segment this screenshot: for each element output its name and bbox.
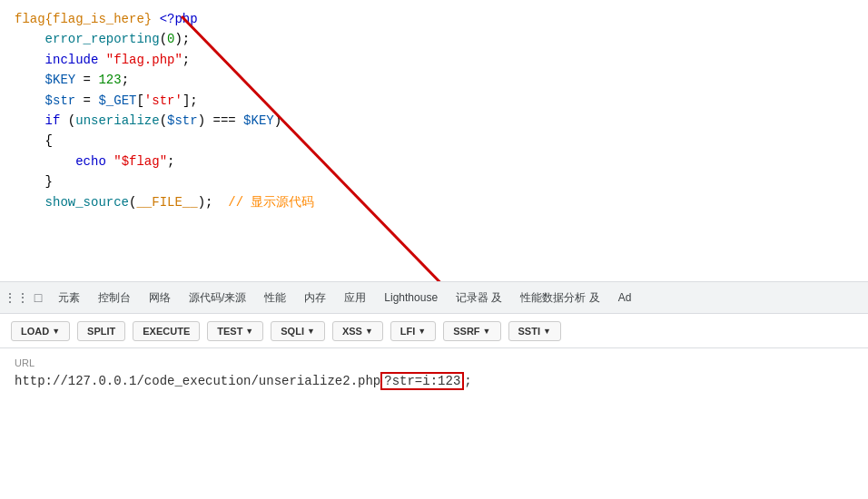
devtools-tab-lighthouse[interactable]: Lighthouse — [377, 288, 445, 308]
code-line: error_reporting(0); — [15, 29, 853, 49]
devtools-tab-console[interactable]: 控制台 — [91, 287, 138, 309]
devtools-cursor-icon[interactable]: ⋮⋮ — [7, 289, 25, 307]
split-button[interactable]: SPLIT — [77, 321, 125, 341]
devtools-tab-ad[interactable]: Ad — [611, 288, 639, 308]
code-line: show_source(__FILE__); // 显示源代码 — [15, 192, 853, 212]
lfi-button[interactable]: LFI ▼ — [390, 321, 436, 341]
devtools-tab-memory[interactable]: 内存 — [297, 287, 333, 309]
code-line: { — [15, 131, 853, 151]
url-highlight: ?str=i:123 — [380, 372, 464, 390]
code-line: flag{flag_is_here} <?php — [15, 9, 853, 29]
xss-button[interactable]: XSS ▼ — [332, 321, 383, 341]
devtools-tab-elements[interactable]: 元素 — [51, 287, 87, 309]
test-button[interactable]: TEST ▼ — [207, 321, 263, 341]
execute-button[interactable]: EXECUTE — [133, 321, 200, 341]
devtools-tab-network[interactable]: 网络 — [142, 287, 178, 309]
load-dropdown-arrow: ▼ — [52, 327, 60, 336]
code-line: $KEY = 123; — [15, 70, 853, 90]
url-label: URL — [15, 357, 853, 368]
code-line: if (unserialize($str) === $KEY) — [15, 111, 853, 131]
sqli-dropdown-arrow: ▼ — [307, 327, 315, 336]
devtools-tab-application[interactable]: 应用 — [337, 287, 373, 309]
devtools-toolbar: ⋮⋮ □ 元素 控制台 网络 源代码/来源 性能 内存 应用 Lighthous… — [0, 281, 868, 314]
url-base: http://127.0.0.1/code_execution/unserial… — [15, 374, 380, 388]
url-suffix: ; — [464, 374, 471, 388]
ssrf-dropdown-arrow: ▼ — [483, 327, 491, 336]
code-line: echo "$flag"; — [15, 152, 853, 171]
devtools-tab-recorder[interactable]: 记录器 及 — [449, 287, 509, 309]
url-area: URL http://127.0.0.1/code_execution/unse… — [0, 348, 868, 399]
ssrf-button[interactable]: SSRF ▼ — [443, 321, 500, 341]
code-line: include "flag.php"; — [15, 50, 853, 70]
code-line: $str = $_GET['str']; — [15, 91, 853, 111]
devtools-tab-performance[interactable]: 性能 — [257, 287, 293, 309]
test-dropdown-arrow: ▼ — [245, 327, 253, 336]
code-display: flag{flag_is_here} <?php error_reporting… — [0, 0, 868, 281]
url-value: http://127.0.0.1/code_execution/unserial… — [15, 372, 853, 390]
devtools-tab-perf-insights[interactable]: 性能数据分析 及 — [513, 287, 607, 309]
sqli-button[interactable]: SQLI ▼ — [271, 321, 325, 341]
ssti-button[interactable]: SSTI ▼ — [508, 321, 561, 341]
ssti-dropdown-arrow: ▼ — [543, 327, 551, 336]
devtools-tab-sources[interactable]: 源代码/来源 — [182, 287, 253, 309]
devtools-inspect-icon[interactable]: □ — [29, 289, 47, 307]
attack-toolbar: LOAD ▼ SPLIT EXECUTE TEST ▼ SQLI ▼ XSS ▼… — [0, 314, 868, 348]
code-line: } — [15, 171, 853, 191]
lfi-dropdown-arrow: ▼ — [418, 327, 426, 336]
load-button[interactable]: LOAD ▼ — [11, 321, 70, 341]
xss-dropdown-arrow: ▼ — [365, 327, 373, 336]
